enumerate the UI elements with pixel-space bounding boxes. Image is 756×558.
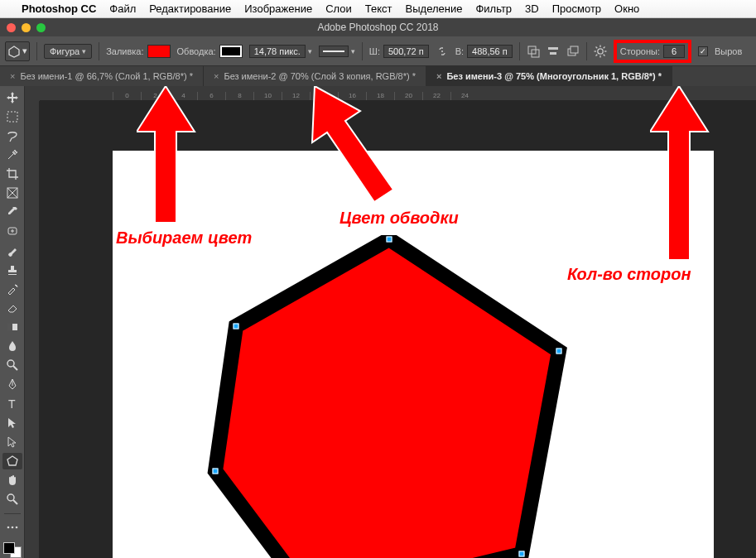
arrange-icon[interactable] [566, 45, 580, 58]
hand-tool[interactable] [2, 473, 22, 488]
canvas-area[interactable]: 0 2 4 6 8 10 12 14 16 18 20 22 24 [25, 86, 756, 558]
eraser-tool[interactable] [2, 300, 22, 315]
transform-handle[interactable] [213, 469, 219, 474]
menu-view[interactable]: Просмотр [552, 2, 601, 15]
annotation-arrow-sides [650, 86, 716, 264]
type-tool[interactable]: T [2, 396, 22, 411]
polygon-shape[interactable] [186, 235, 584, 558]
svg-point-7 [598, 48, 603, 53]
document-tab-1[interactable]: × Без имени-1 @ 66,7% (Слой 1, RGB/8*) * [0, 66, 204, 86]
width-value[interactable]: 500,72 п [383, 45, 429, 58]
shape-mode-dropdown[interactable]: Фигура ▾ [44, 44, 92, 59]
menu-select[interactable]: Выделение [406, 2, 463, 15]
svg-marker-38 [650, 86, 708, 260]
pen-tool[interactable] [2, 377, 22, 392]
menu-3d[interactable]: 3D [525, 2, 539, 15]
window-titlebar: Adobe Photoshop CC 2018 [0, 18, 756, 36]
options-bar: ▾ Фигура ▾ Заливка: Обводка: 14,78 пикс.… [0, 36, 756, 66]
minimize-window-button[interactable] [22, 23, 31, 32]
document-tab-3[interactable]: × Без имени-3 @ 75% (Многоугольник 1, RG… [426, 66, 672, 86]
document-tab-2[interactable]: × Без имени-2 @ 70% (Слой 3 копия, RGB/8… [204, 66, 426, 86]
close-tab-icon[interactable]: × [436, 71, 441, 81]
blur-tool[interactable] [2, 339, 22, 354]
fill-label: Заливка: [106, 46, 143, 56]
menu-file[interactable]: Файл [109, 2, 136, 15]
window-title: Adobe Photoshop CC 2018 [0, 22, 756, 33]
stroke-width-value[interactable]: 14,78 пикс. [249, 45, 306, 58]
history-brush-tool[interactable] [2, 281, 22, 296]
polygon-tool[interactable] [2, 453, 22, 469]
crop-tool[interactable] [2, 166, 22, 182]
close-tab-icon[interactable]: × [214, 71, 219, 81]
menu-image[interactable]: Изображение [244, 2, 312, 15]
svg-marker-36 [137, 86, 195, 223]
dodge-tool[interactable] [2, 358, 22, 373]
healing-brush-tool[interactable] [2, 224, 22, 239]
align-edges-checkbox[interactable]: ✓ [698, 46, 708, 56]
menu-text[interactable]: Текст [365, 2, 392, 15]
menu-edit[interactable]: Редактирование [149, 2, 231, 15]
frame-tool[interactable] [2, 185, 22, 201]
svg-rect-16 [7, 112, 17, 122]
close-tab-icon[interactable]: × [10, 71, 15, 81]
align-edges-label: Выров [715, 46, 742, 56]
annotation-fill-label: Выбираем цвет [116, 228, 252, 248]
transform-handle[interactable] [519, 551, 525, 557]
svg-rect-6 [571, 46, 578, 53]
magic-wand-tool[interactable] [2, 147, 22, 162]
stroke-style-dropdown[interactable]: ▾ [319, 46, 355, 57]
svg-point-34 [15, 527, 17, 529]
svg-line-31 [13, 500, 17, 504]
menu-filter[interactable]: Фильтр [475, 2, 512, 15]
link-dimensions-icon[interactable] [436, 45, 449, 58]
marquee-tool[interactable] [2, 108, 22, 124]
move-tool[interactable] [2, 89, 22, 105]
menu-layers[interactable]: Слои [325, 2, 352, 15]
gear-icon[interactable] [594, 45, 607, 58]
path-operations-icon[interactable] [527, 45, 540, 58]
gradient-tool[interactable] [2, 320, 22, 335]
svg-rect-3 [548, 47, 558, 50]
svg-text:T: T [8, 397, 16, 411]
lasso-tool[interactable] [2, 127, 22, 143]
width-label: Ш: [369, 46, 380, 56]
annotation-arrow-fill [137, 86, 203, 227]
svg-point-30 [7, 494, 14, 501]
svg-point-25 [7, 360, 14, 367]
color-swatch-toggle[interactable] [3, 542, 22, 558]
tool-panel: T [0, 86, 25, 558]
stroke-label: Обводка: [177, 46, 216, 56]
transform-handle[interactable] [234, 324, 239, 330]
eyedropper-tool[interactable] [2, 204, 22, 220]
ruler-vertical[interactable] [25, 101, 40, 558]
transform-handle[interactable] [387, 237, 392, 243]
path-select-tool[interactable] [2, 415, 22, 431]
edit-toolbar-icon[interactable] [2, 520, 22, 536]
close-window-button[interactable] [7, 23, 16, 32]
foreground-color-swatch[interactable] [3, 542, 15, 554]
fill-color-swatch[interactable] [147, 45, 171, 58]
zoom-window-button[interactable] [36, 23, 46, 32]
align-icon[interactable] [547, 45, 560, 58]
document-tabs: × Без имени-1 @ 66,7% (Слой 1, RGB/8*) *… [0, 66, 756, 86]
height-label: В: [455, 46, 464, 56]
sides-label: Стороны: [620, 46, 660, 56]
menu-window[interactable]: Окно [614, 2, 639, 15]
stroke-color-swatch[interactable] [219, 45, 243, 58]
zoom-tool[interactable] [2, 492, 22, 507]
stroke-width-dropdown[interactable]: 14,78 пикс. ▾ [249, 45, 312, 58]
active-tool-icon[interactable]: ▾ [5, 41, 30, 61]
svg-marker-35 [215, 239, 559, 558]
height-value[interactable]: 488,56 п [467, 45, 513, 58]
svg-line-26 [13, 366, 17, 370]
tab-label: Без имени-3 @ 75% (Многоугольник 1, RGB/… [446, 71, 662, 81]
annotation-arrow-stroke [290, 86, 397, 219]
ruler-origin[interactable] [25, 86, 40, 101]
annotation-sides-label: Кол-во сторон [567, 265, 691, 284]
app-name[interactable]: Photoshop CC [22, 2, 96, 15]
direct-select-tool[interactable] [2, 434, 22, 450]
sides-value[interactable]: 6 [663, 45, 685, 58]
stamp-tool[interactable] [2, 262, 22, 277]
transform-handle[interactable] [556, 349, 562, 354]
brush-tool[interactable] [2, 243, 22, 258]
